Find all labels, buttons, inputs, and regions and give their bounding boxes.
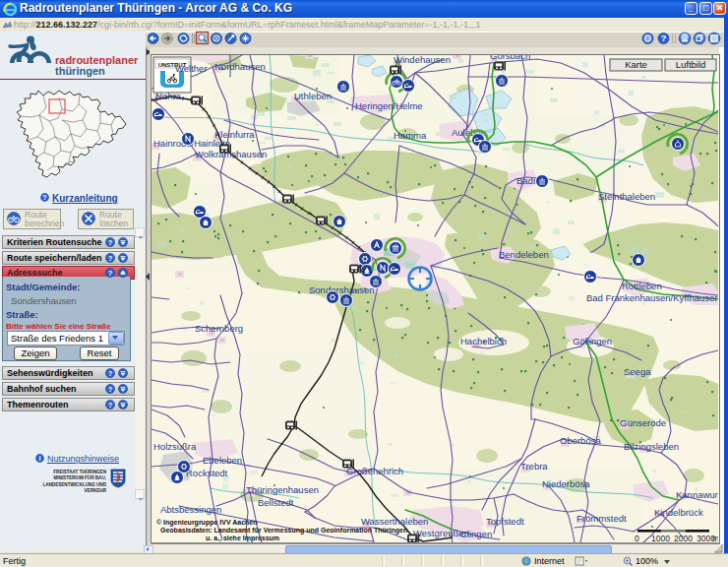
svg-text:Frömmstedt: Frömmstedt bbox=[576, 513, 627, 524]
svg-text:Großenehrich: Großenehrich bbox=[346, 466, 403, 476]
svg-text:Bad Frankenhausen/Kyffhäuser: Bad Frankenhausen/Kyffhäuser bbox=[586, 292, 717, 303]
svg-text:Bilzingsleben: Bilzingsleben bbox=[624, 441, 679, 452]
svg-text:?: ? bbox=[108, 401, 113, 410]
svg-text:Rottleben: Rottleben bbox=[622, 281, 662, 291]
svg-text:Geobasisdaten: Landesamt für V: Geobasisdaten: Landesamt für Vermessung … bbox=[160, 527, 407, 535]
svg-text:?: ? bbox=[108, 254, 113, 263]
svg-text:Trebra: Trebra bbox=[520, 461, 548, 472]
svg-text:Oberbösa: Oberbösa bbox=[560, 435, 601, 446]
svg-text:Göllingen: Göllingen bbox=[573, 336, 612, 346]
svg-text:?: ? bbox=[108, 238, 113, 247]
svg-text:Luftbild: Luftbild bbox=[676, 59, 706, 70]
svg-text:Heringen/Helme: Heringen/Helme bbox=[355, 100, 423, 111]
svg-text:u. a., siehe Impressum: u. a., siehe Impressum bbox=[206, 535, 279, 542]
svg-text:Rockstedt: Rockstedt bbox=[186, 468, 228, 478]
svg-text:Sondershausen: Sondershausen bbox=[309, 284, 375, 295]
svg-text:?: ? bbox=[108, 385, 113, 394]
svg-text:Topfstedt: Topfstedt bbox=[486, 516, 524, 527]
svg-text:Niederbösa: Niederbösa bbox=[542, 478, 590, 489]
svg-text:Nohra: Nohra bbox=[155, 91, 182, 101]
svg-text:Kindelbrück: Kindelbrück bbox=[654, 507, 703, 518]
svg-text:Windehausen: Windehausen bbox=[394, 55, 451, 65]
svg-text:Karte: Karte bbox=[625, 59, 647, 70]
svg-text:Steinthaleben: Steinthaleben bbox=[598, 191, 655, 202]
svg-text:Clingen: Clingen bbox=[460, 529, 492, 539]
svg-text:Hamma: Hamma bbox=[394, 130, 427, 141]
svg-text:Holzsußra: Holzsußra bbox=[153, 441, 197, 452]
svg-text:Wasserthaleben: Wasserthaleben bbox=[361, 516, 428, 527]
svg-text:Thüringenhausen: Thüringenhausen bbox=[246, 484, 319, 495]
svg-text:Abtsbessingen: Abtsbessingen bbox=[160, 504, 221, 515]
svg-text:Welther: Welther bbox=[175, 63, 208, 74]
svg-text:?: ? bbox=[42, 194, 46, 201]
svg-text:Schernberg: Schernberg bbox=[195, 323, 243, 334]
svg-text:© Ingenieurgruppe IVV Aachen: © Ingenieurgruppe IVV Aachen bbox=[156, 519, 258, 527]
svg-text:Gorsbach: Gorsbach bbox=[490, 55, 530, 61]
svg-text:Seega: Seega bbox=[624, 366, 651, 377]
svg-text:?: ? bbox=[108, 369, 113, 378]
svg-text:Uthleben: Uthleben bbox=[294, 91, 332, 101]
svg-text:i: i bbox=[38, 454, 40, 463]
svg-text:Ebeleben: Ebeleben bbox=[203, 455, 242, 466]
svg-text:Bellstedt: Bellstedt bbox=[258, 497, 294, 508]
svg-text:?: ? bbox=[661, 33, 667, 43]
svg-text:Nordhausen: Nordhausen bbox=[214, 61, 266, 72]
svg-text:?: ? bbox=[108, 269, 113, 278]
svg-text:Hachelbich: Hachelbich bbox=[460, 336, 507, 346]
svg-text:Kannawurf: Kannawurf bbox=[676, 489, 718, 500]
svg-text:Günserode: Günserode bbox=[620, 417, 666, 428]
svg-text:Bendeleben: Bendeleben bbox=[499, 249, 549, 260]
